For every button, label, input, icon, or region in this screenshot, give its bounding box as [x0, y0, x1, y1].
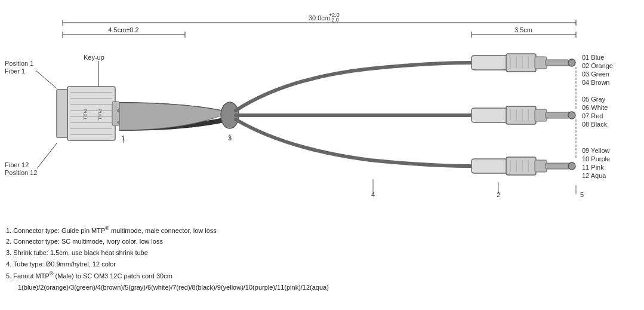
svg-text:04  Brown: 04 Brown: [582, 79, 609, 86]
svg-rect-49: [506, 106, 536, 124]
svg-text:-2.0: -2.0: [329, 17, 339, 23]
svg-text:5: 5: [580, 191, 584, 198]
note-5: 5. Fanout MTP® (Male) to SC OM3 12C patc…: [6, 269, 639, 281]
svg-rect-23: [57, 90, 67, 137]
svg-text:02  Orange: 02 Orange: [582, 62, 613, 69]
svg-text:08  Black: 08 Black: [582, 121, 608, 128]
svg-rect-41: [535, 57, 547, 69]
svg-text:12  Aqua: 12 Aqua: [582, 172, 606, 179]
svg-text:Position 1: Position 1: [5, 60, 33, 67]
svg-text:Fiber 1: Fiber 1: [5, 67, 25, 75]
svg-text:Position 12: Position 12: [5, 169, 37, 176]
svg-text:01  Blue: 01 Blue: [582, 54, 604, 61]
svg-text:3.5cm: 3.5cm: [514, 26, 532, 33]
svg-rect-58: [506, 157, 536, 175]
svg-text:05  Gray: 05 Gray: [582, 96, 606, 103]
svg-rect-57: [472, 159, 507, 173]
svg-text:Key-up: Key-up: [84, 54, 104, 61]
svg-rect-59: [535, 160, 547, 172]
note-1: 1. Connector type: Guide pin MTP® multim…: [6, 224, 639, 236]
svg-text:10  Purple: 10 Purple: [582, 155, 610, 162]
svg-rect-51: [546, 112, 569, 118]
svg-text:03  Green: 03 Green: [582, 70, 609, 78]
svg-rect-40: [506, 54, 536, 72]
svg-text:06  White: 06 White: [582, 104, 608, 111]
svg-point-52: [568, 112, 575, 119]
svg-text:PULL: PULL: [82, 109, 88, 121]
svg-text:Fiber 12: Fiber 12: [5, 161, 29, 168]
svg-text:4.5cm±0.2: 4.5cm±0.2: [108, 26, 138, 33]
svg-rect-42: [546, 60, 569, 66]
svg-point-61: [568, 162, 575, 170]
svg-rect-50: [535, 109, 547, 121]
note-4: 4. Tube type: Ø0.9mm/hytrel, 12 color: [6, 259, 639, 270]
main-container: 30.0cm +2.0 -2.0 4.5cm±0.2 3.5cm Positio…: [0, 0, 644, 310]
note-2: 2. Connector type: SC multimode, ivory c…: [6, 236, 639, 247]
svg-text:09  Yellow: 09 Yellow: [582, 147, 610, 154]
note-3: 3. Shrink tube: 1.5cm, use black heat sh…: [6, 247, 639, 259]
svg-rect-39: [472, 56, 507, 70]
notes-section: 1. Connector type: Guide pin MTP® multim…: [6, 224, 639, 293]
svg-rect-24: [67, 87, 115, 140]
svg-rect-60: [546, 163, 569, 169]
svg-text:07  Red: 07 Red: [582, 112, 603, 119]
svg-point-43: [568, 59, 575, 66]
note-5-detail: 1(blue)/2(orange)/3(green)/4(brown)/5(gr…: [6, 282, 639, 293]
svg-text:11  Pink: 11 Pink: [582, 164, 604, 171]
svg-text:PULL: PULL: [97, 109, 103, 121]
svg-rect-48: [472, 108, 507, 122]
diagram-svg: 30.0cm +2.0 -2.0 4.5cm±0.2 3.5cm Positio…: [0, 0, 644, 221]
svg-text:30.0cm: 30.0cm: [309, 14, 330, 22]
